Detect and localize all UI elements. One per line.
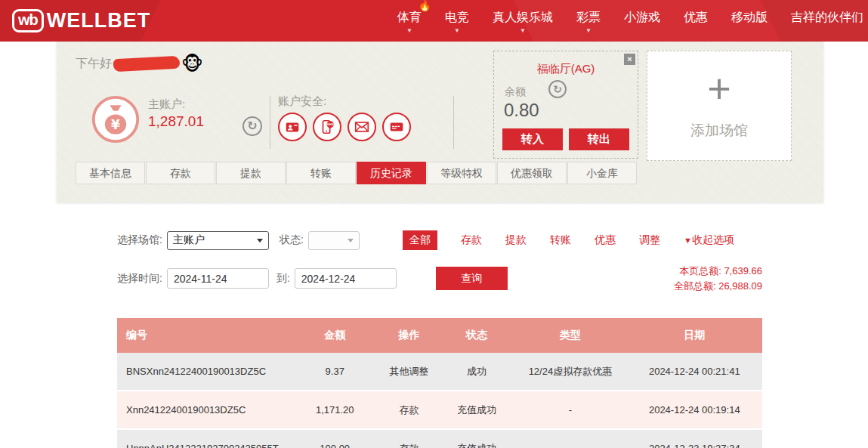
refresh-venue-balance-button[interactable]: ↻ bbox=[548, 80, 567, 98]
refresh-balance-button[interactable]: ↻ bbox=[242, 116, 262, 136]
add-venue-button[interactable]: + 添加场馆 bbox=[647, 51, 792, 161]
type-filter-chip[interactable]: 优惠 bbox=[595, 233, 616, 247]
divider bbox=[453, 96, 454, 149]
search-button[interactable]: 查询 bbox=[436, 267, 508, 290]
main-account-label: 主账户: bbox=[148, 97, 185, 112]
sms-phone-icon[interactable]: SMS bbox=[313, 113, 341, 141]
type-filter-chip[interactable]: 转账 bbox=[550, 233, 571, 247]
table-header-row: 编号金额操作状态类型日期 bbox=[117, 318, 762, 353]
table-row: Xnn24122400190013DZ5C1,171.20存款充值成功-2024… bbox=[117, 391, 762, 430]
collapse-options-label: 收起选项 bbox=[692, 233, 734, 246]
account-tab[interactable]: 等级特权 bbox=[427, 162, 496, 184]
bank-card-icon[interactable] bbox=[382, 113, 411, 141]
time-range-label: 选择时间: bbox=[117, 272, 162, 286]
account-tab[interactable]: 小金库 bbox=[567, 162, 637, 184]
date-to-input[interactable] bbox=[295, 268, 397, 289]
table-cell: 2024-12-23 19:27:34 bbox=[627, 443, 762, 448]
account-tab[interactable]: 提款 bbox=[216, 162, 286, 184]
nav-item-label: 真人娱乐城 bbox=[493, 10, 553, 26]
to-label: 到: bbox=[276, 272, 290, 286]
venue-balance-value: 0.80 bbox=[504, 100, 539, 121]
close-icon[interactable]: × bbox=[624, 54, 635, 65]
collapse-options-button[interactable]: ▼收起选项 bbox=[684, 233, 734, 247]
type-filter-chip[interactable]: 调整 bbox=[639, 233, 660, 247]
venue-wallet-panel: × 福临厅(AG) 余额 ↻ 0.80 转入 转出 bbox=[493, 51, 638, 159]
nav-item[interactable]: 吉祥的伙伴们 ▼ bbox=[791, 8, 863, 34]
monkey-emoji-icon: 🐵 bbox=[181, 54, 203, 73]
logo-text: WELLBET bbox=[47, 9, 150, 32]
redacted-username-scribble bbox=[113, 56, 181, 73]
table-cell: 存款 bbox=[378, 442, 440, 448]
chevron-down-icon: ▼ bbox=[454, 28, 460, 34]
table-cell: HnnnAnH2412221927002425055T bbox=[117, 443, 292, 448]
main-account-balance: 1,287.01 bbox=[148, 113, 204, 130]
security-icons-row: SMS bbox=[278, 113, 411, 141]
account-tab[interactable]: 存款 bbox=[146, 162, 215, 184]
table-body: BNSXnn24122400190013DZ5C9.37其他调整成功12/24虚… bbox=[117, 353, 762, 448]
nav-item-label: 体育 bbox=[397, 10, 422, 26]
account-tab[interactable]: 历史记录 bbox=[357, 162, 426, 184]
nav-item-label: 小游戏 bbox=[624, 10, 660, 26]
type-filter-chip[interactable]: 提款 bbox=[505, 233, 527, 247]
add-venue-label: 添加场馆 bbox=[647, 121, 791, 141]
top-navbar: wb WELLBET 🔥 体育 ▼ 电竞 ▼ 真人娱乐城 ▼ 彩票 ▼ 小游戏 … bbox=[0, 0, 868, 42]
type-filter-chip[interactable]: 全部 bbox=[403, 230, 437, 250]
plus-icon: + bbox=[647, 68, 791, 109]
flame-icon: 🔥 bbox=[419, 0, 431, 11]
date-filter-row: 选择时间: 到: 查询 本页总额: 7,639.66 全部总额: 26,988.… bbox=[117, 267, 762, 290]
table-row: BNSXnn24122400190013DZ5C9.37其他调整成功12/24虚… bbox=[117, 353, 762, 391]
table-cell: 12/24虚拟存款优惠 bbox=[514, 365, 626, 378]
caret-down-icon: ▼ bbox=[684, 236, 692, 245]
nav-item[interactable]: 移动版 ▼ bbox=[731, 8, 768, 34]
wellbet-logo[interactable]: wb WELLBET bbox=[12, 9, 150, 32]
svg-text:SMS: SMS bbox=[326, 122, 334, 126]
chevron-down-icon bbox=[257, 239, 263, 243]
nav-item[interactable]: 优惠 ▼ bbox=[684, 8, 708, 34]
nav-item-label: 优惠 bbox=[684, 10, 708, 26]
history-table: 编号金额操作状态类型日期 BNSXnn24122400190013DZ5C9.3… bbox=[117, 318, 762, 448]
divider bbox=[270, 96, 270, 149]
table-cell: 充值成功 bbox=[440, 442, 514, 448]
status-select-label: 状态: bbox=[280, 233, 304, 247]
account-overview-panel: 下午好 🐵 ¥ 主账户: 1,287.01 ↻ 账户安全: bbox=[57, 42, 823, 202]
table-header-cell: 状态 bbox=[440, 329, 514, 342]
page-total: 本页总额: 7,639.66 bbox=[674, 264, 762, 279]
table-header-cell: 编号 bbox=[117, 329, 292, 342]
id-card-icon[interactable] bbox=[278, 113, 307, 141]
nav-item[interactable]: 小游戏 ▼ bbox=[624, 8, 660, 34]
transfer-out-button[interactable]: 转出 bbox=[569, 128, 629, 150]
nav-item[interactable]: 真人娱乐城 ▼ bbox=[493, 8, 553, 34]
nav-item[interactable]: 彩票 ▼ bbox=[576, 8, 601, 34]
table-cell: 9.37 bbox=[292, 366, 378, 377]
table-header-cell: 金额 bbox=[292, 329, 378, 342]
nav-item-label: 电竞 bbox=[445, 10, 469, 26]
account-tab[interactable]: 基本信息 bbox=[76, 162, 145, 184]
table-cell: 其他调整 bbox=[378, 365, 440, 378]
chevron-down-icon: ▼ bbox=[406, 28, 412, 34]
chevron-down-icon: ▼ bbox=[520, 28, 526, 34]
all-total-label: 全部总额: bbox=[674, 280, 716, 292]
all-total: 全部总额: 26,988.09 bbox=[674, 279, 762, 294]
chevron-down-icon: ▼ bbox=[585, 28, 592, 34]
table-cell: 充值成功 bbox=[440, 403, 514, 417]
greeting: 下午好 🐵 bbox=[76, 54, 203, 73]
greeting-text: 下午好 bbox=[76, 56, 112, 72]
table-cell: 存款 bbox=[378, 403, 440, 417]
transfer-in-button[interactable]: 转入 bbox=[502, 128, 563, 150]
status-select[interactable] bbox=[308, 231, 360, 250]
type-filter-chip[interactable]: 存款 bbox=[461, 233, 482, 247]
email-icon[interactable] bbox=[348, 113, 376, 141]
nav-item-label: 移动版 bbox=[731, 10, 768, 26]
date-from-input[interactable] bbox=[167, 268, 269, 289]
page-total-value: 7,639.66 bbox=[724, 265, 762, 277]
venue-select[interactable]: 主账户 bbox=[167, 231, 269, 250]
filter-row: 选择场馆: 主账户 状态: 全部存款提款转账优惠调整▼收起选项 bbox=[117, 230, 762, 250]
table-cell: 成功 bbox=[440, 365, 514, 378]
nav-item[interactable]: 电竞 ▼ bbox=[445, 8, 469, 34]
account-tab[interactable]: 优惠领取 bbox=[497, 162, 567, 184]
nav-item[interactable]: 🔥 体育 ▼ bbox=[397, 8, 422, 34]
table-cell: 100.00 bbox=[292, 443, 378, 448]
page-total-label: 本页总额: bbox=[679, 265, 721, 277]
venue-balance-label: 余额 bbox=[505, 85, 526, 99]
account-tab[interactable]: 转账 bbox=[286, 162, 356, 184]
